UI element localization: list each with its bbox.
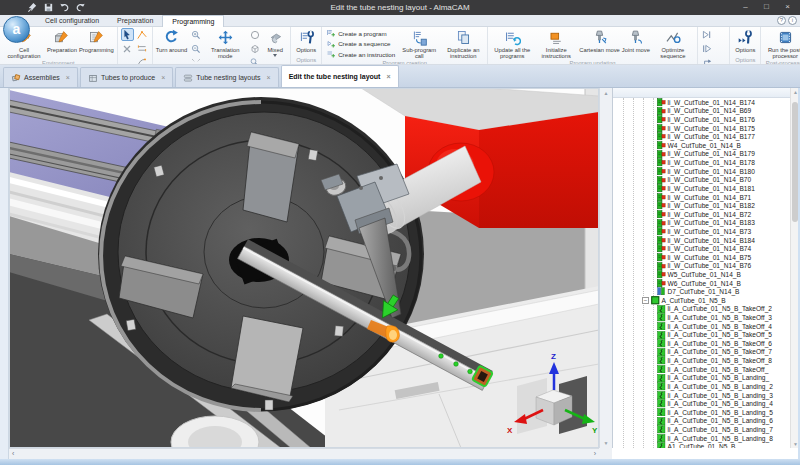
scroll-down-icon[interactable]: ▼ xyxy=(600,440,612,446)
mpoint-button[interactable] xyxy=(136,28,149,41)
3d-viewport[interactable]: Z X Y xyxy=(9,88,599,448)
translation-mode-button[interactable]: Translation mode xyxy=(203,28,247,65)
cartesian-move-button[interactable]: Cartesian move xyxy=(578,28,621,60)
maximize-button[interactable]: □ xyxy=(756,0,777,13)
duplicate-an-instruction-button[interactable]: Duplicate an instruction xyxy=(441,28,485,60)
tree-item[interactable]: li_W_CutTube_01_N14_B177 xyxy=(613,132,790,141)
info-icon[interactable]: i xyxy=(788,16,797,25)
tree-item[interactable]: li_A_CutTube_01_N5_B_Landing_8 xyxy=(613,434,790,443)
tree-item[interactable]: li_W_CutTube_01_N14_B176 xyxy=(613,115,790,124)
pin-icon[interactable] xyxy=(26,1,38,13)
tree-item[interactable]: W6_CutTube_01_N14_B xyxy=(613,279,790,288)
programming-button[interactable]: Programming xyxy=(78,28,115,60)
tree-item[interactable]: li_W_CutTube_01_N14_B182 xyxy=(613,201,790,210)
ribbon-tab-cell-configuration[interactable]: Cell configuration xyxy=(36,15,108,27)
viewport-horizontal-scrollbar[interactable]: ‹ › xyxy=(9,448,599,459)
pointer-button[interactable] xyxy=(121,28,134,41)
tree-item[interactable]: li_A_CutTube_01_N5_B_Landing_6 xyxy=(613,417,790,426)
optimize-sequence-button[interactable]: Optimize sequence xyxy=(651,28,695,60)
create-an-instruction-button[interactable]: Create an instruction xyxy=(326,49,395,59)
create-a-sequence-button[interactable]: Create a sequence xyxy=(326,39,395,49)
tree-item[interactable]: li_W_CutTube_01_N14_B180 xyxy=(613,167,790,176)
tree-item[interactable]: li_A_CutTube_01_N5_B_Landing_7 xyxy=(613,425,790,434)
tree-item[interactable]: li_W_CutTube_01_N14_B76 xyxy=(613,262,790,271)
document-tab-tubes-to-produce[interactable]: Tubes to produce× xyxy=(80,67,173,87)
scroll-left-icon[interactable]: ‹ xyxy=(12,449,14,459)
redo-icon[interactable] xyxy=(74,1,86,13)
tree-item[interactable]: li_W_CutTube_01_N14_B71 xyxy=(613,193,790,202)
tree-item[interactable]: li_A_CutTube_01_N5_B_TakeOff_8 xyxy=(613,356,790,365)
tree-item[interactable]: li_A_CutTube_01_N5_B_Landing_5 xyxy=(613,408,790,417)
tree-item[interactable]: li_W_CutTube_01_N14_B72 xyxy=(613,210,790,219)
ribbon-tab-preparation[interactable]: Preparation xyxy=(108,15,162,27)
options-button[interactable]: Options xyxy=(732,28,758,57)
options-button[interactable]: Options xyxy=(293,28,319,57)
tab-close-icon[interactable]: × xyxy=(267,74,271,81)
tree-item[interactable]: li_W_CutTube_01_N14_B74 xyxy=(613,244,790,253)
update-all-the-programs-button[interactable]: Update all the programs xyxy=(490,28,534,60)
zooma-button[interactable]: A xyxy=(248,56,261,65)
tree-item[interactable]: li_W_CutTube_01_N14_B175 xyxy=(613,124,790,133)
tree-item[interactable]: −A_CutTube_01_N5_B xyxy=(613,296,790,305)
tree-item[interactable]: li_A_CutTube_01_N5_B_TakeOff_2 xyxy=(613,305,790,314)
zoomwin-button[interactable] xyxy=(189,56,202,65)
nav3-button[interactable] xyxy=(701,56,714,65)
scroll-up-icon[interactable]: ▲ xyxy=(600,90,612,96)
tree-item[interactable]: li_W_CutTube_01_N14_B183 xyxy=(613,219,790,228)
tree-item[interactable]: li_A_CutTube_01_N5_B_Landing_ xyxy=(613,374,790,383)
tree-item[interactable]: li_A_CutTube_01_N5_B_TakeOff_3 xyxy=(613,313,790,322)
tree-item[interactable]: li_A_CutTube_01_N5_B_TakeOff_7 xyxy=(613,348,790,357)
mixed-button[interactable]: Mixed xyxy=(262,28,288,65)
nav1-button[interactable] xyxy=(701,28,714,41)
save-icon[interactable] xyxy=(42,1,54,13)
tree-item[interactable]: li_W_CutTube_01_N14_B179 xyxy=(613,150,790,159)
xmark-button[interactable] xyxy=(121,42,134,55)
tree-item[interactable]: li_A_CutTube_01_N5_B_Landing_4 xyxy=(613,399,790,408)
tree-item[interactable]: li_A_CutTube_01_N5_B_Landing_3 xyxy=(613,391,790,400)
tree-item[interactable]: li_W_CutTube_01_N14_B69 xyxy=(613,107,790,116)
run-the-post-processor-button[interactable]: Run the post-processor xyxy=(763,28,800,60)
tree-item[interactable]: li_A_CutTube_01_N5_B_TakeOff_5 xyxy=(613,330,790,339)
tree-item[interactable]: li_A_CutTube_01_N5_B_Landing_2 xyxy=(613,382,790,391)
tree-item[interactable]: D7_CutTube_01_N14_B xyxy=(613,287,790,296)
zoomout-button[interactable] xyxy=(189,42,202,55)
tree-item[interactable]: li_A_CutTube_01_N5_B_TakeOff_6 xyxy=(613,339,790,348)
turn-around-button[interactable]: Turn around xyxy=(155,28,188,65)
preparation-button[interactable]: Preparation xyxy=(46,28,78,60)
tree-item[interactable]: W4_CutTube_01_N14_B xyxy=(613,141,790,150)
zoomin-button[interactable] xyxy=(189,28,202,41)
mdist-button[interactable] xyxy=(136,42,149,55)
tree-item[interactable]: li_W_CutTube_01_N14_B178 xyxy=(613,158,790,167)
tree-item[interactable]: W5_CutTube_01_N14_B xyxy=(613,270,790,279)
tree-item[interactable]: A1_CutTube_01_N5_B xyxy=(613,442,790,448)
initialize-instructions-button[interactable]: Initialize instructions xyxy=(534,28,578,60)
sub-program-call-button[interactable]: Sub-program call xyxy=(397,28,441,60)
undo-icon[interactable] xyxy=(58,1,70,13)
create-a-program-button[interactable]: Create a program xyxy=(326,28,395,38)
document-tab-assemblies[interactable]: Assemblies× xyxy=(3,67,78,87)
help-icon[interactable]: ? xyxy=(777,16,786,25)
tab-close-icon[interactable]: × xyxy=(66,74,70,81)
tree-item[interactable]: li_W_CutTube_01_N14_B70 xyxy=(613,175,790,184)
circleo-button[interactable] xyxy=(248,28,261,41)
tree-item[interactable]: li_W_CutTube_01_N14_B75 xyxy=(613,253,790,262)
tree-item[interactable]: li_W_CutTube_01_N14_B174 xyxy=(613,98,790,107)
marc-button[interactable] xyxy=(136,56,149,65)
document-tab-edit-the-tube-nesting-layout[interactable]: Edit the tube nesting layout× xyxy=(281,65,399,87)
almacam-logo[interactable]: a xyxy=(3,16,30,43)
tab-close-icon[interactable]: × xyxy=(386,73,390,80)
minimize-button[interactable]: – xyxy=(735,0,756,13)
nav2-button[interactable] xyxy=(701,42,714,55)
tree-expander-icon[interactable]: − xyxy=(642,297,649,304)
tree-item[interactable]: li_W_CutTube_01_N14_B181 xyxy=(613,184,790,193)
document-tab-tube-nesting-layouts[interactable]: Tube nesting layouts× xyxy=(175,67,278,87)
joint-move-button[interactable]: Joint move xyxy=(621,28,651,60)
tab-close-icon[interactable]: × xyxy=(161,74,165,81)
scroll-right-icon[interactable]: › xyxy=(594,449,596,459)
tree-item[interactable]: li_A_CutTube_01_N5_B_TakeOff_ xyxy=(613,365,790,374)
cubeo-button[interactable] xyxy=(248,42,261,55)
tree-item[interactable]: li_A_CutTube_01_N5_B_TakeOff_4 xyxy=(613,322,790,331)
tree-item[interactable]: li_W_CutTube_01_N14_B184 xyxy=(613,236,790,245)
tree-item[interactable]: li_W_CutTube_01_N14_B73 xyxy=(613,227,790,236)
ribbon-tab-programming[interactable]: Programming xyxy=(162,15,224,27)
